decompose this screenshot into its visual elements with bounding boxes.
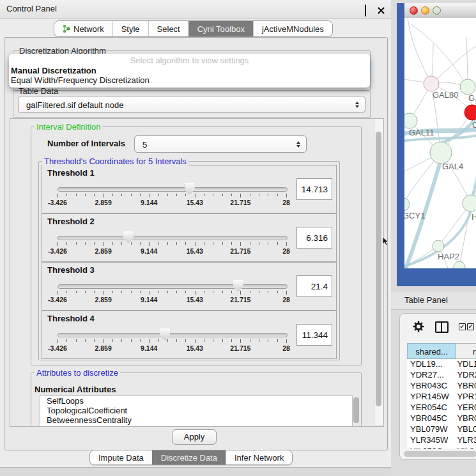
cell-name[interactable]: YBR0: [454, 381, 476, 392]
table-row[interactable]: YIL052CYIL0: [407, 446, 476, 449]
threshold-value-field[interactable]: 21.4: [296, 275, 332, 297]
cell-shared-name[interactable]: YBR043C: [407, 381, 454, 392]
threshold-value-field[interactable]: 14.713: [296, 178, 332, 200]
tab-select[interactable]: Select: [148, 21, 188, 36]
slider-track[interactable]: [58, 333, 288, 337]
network-node-green[interactable]: [404, 113, 417, 128]
slider-track[interactable]: [58, 284, 288, 289]
cell-shared-name[interactable]: YLR345W: [407, 435, 454, 446]
algorithm-option-manual-discretization[interactable]: Manual Discretization: [9, 66, 370, 75]
table-row[interactable]: YDL19...YDL1: [407, 359, 476, 370]
table-row[interactable]: YPR145WYPR1: [407, 392, 476, 403]
table-data-combo[interactable]: galFiltered.sif default node: [18, 96, 365, 113]
tab-discretize-data[interactable]: Discretize Data: [152, 450, 226, 464]
table-row[interactable]: YER054CYER0: [407, 403, 476, 413]
network-node-red[interactable]: [464, 105, 476, 120]
tab-cyni-toolbox[interactable]: Cyni Toolbox: [188, 21, 253, 36]
checkbox-icon[interactable]: ✓: [467, 323, 474, 330]
cell-shared-name[interactable]: YER054C: [407, 403, 454, 413]
table-column-header-shared[interactable]: shared...: [407, 343, 456, 359]
cell-shared-name[interactable]: YIL052C: [407, 446, 454, 449]
mac-zoom-icon[interactable]: [433, 6, 441, 15]
threshold-value-field[interactable]: 6.316: [296, 227, 332, 249]
network-node-green[interactable]: [433, 240, 444, 252]
cell-name[interactable]: YLR3: [454, 435, 476, 446]
network-node-green[interactable]: [460, 79, 475, 95]
horizontal-scrollbar[interactable]: [404, 451, 476, 457]
slider-thumb[interactable]: [123, 231, 134, 243]
threshold-value-field[interactable]: 11.344: [296, 324, 332, 346]
slider-tick: [204, 194, 204, 196]
num-intervals-combo[interactable]: 5: [134, 135, 307, 153]
mac-close-icon[interactable]: [410, 6, 418, 15]
slider-tick: [104, 291, 104, 295]
algorithm-option-equal-width-frequency-discretization[interactable]: Equal Width/Frequency Discretization: [9, 75, 370, 85]
table-row[interactable]: YDR27...YDR2: [407, 370, 476, 381]
gear-icon[interactable]: [412, 320, 425, 333]
attributes-list-scrollbar[interactable]: [353, 397, 359, 423]
slider-tick: [131, 242, 132, 245]
network-edge-thick[interactable]: [473, 166, 476, 195]
cell-name[interactable]: YDR2: [454, 370, 476, 381]
table-row[interactable]: YBR045CYBR0: [407, 413, 476, 424]
cell-name[interactable]: YBR0: [454, 413, 476, 424]
tab-infer-network[interactable]: Infer Network: [226, 450, 292, 464]
slider-track[interactable]: [58, 236, 288, 240]
network-edge[interactable]: [408, 18, 431, 84]
slider-tick: [195, 291, 196, 295]
table-column-header-name[interactable]: n: [456, 343, 476, 359]
tab-jactivemnodules[interactable]: jActiveMNodules: [253, 21, 332, 36]
vertical-scrollbar[interactable]: [374, 119, 383, 425]
cell-name[interactable]: YDL1: [454, 359, 476, 370]
mac-minimize-icon[interactable]: [421, 6, 429, 15]
slider-tick: [149, 194, 150, 197]
network-node-green[interactable]: [404, 198, 410, 211]
network-node-green[interactable]: [430, 142, 452, 164]
apply-button[interactable]: Apply: [172, 429, 217, 445]
slider-thumb[interactable]: [160, 328, 170, 341]
table-row[interactable]: YBR043CYBR0: [407, 381, 476, 392]
slider-thumb[interactable]: [233, 280, 243, 292]
network-edge[interactable]: [411, 24, 468, 87]
cell-shared-name[interactable]: YBL079W: [407, 424, 454, 435]
cell-shared-name[interactable]: YDL19...: [407, 359, 454, 370]
table-row[interactable]: YBL079WYBL0: [407, 424, 476, 435]
network-node-pink[interactable]: [424, 76, 439, 91]
numerical-attributes-list[interactable]: SelfLoopsTopologicalCoefficientBetweenne…: [40, 395, 353, 427]
checkbox-icon[interactable]: ✓: [459, 323, 466, 330]
slider-track[interactable]: [58, 187, 288, 192]
tab-style[interactable]: Style: [112, 21, 148, 36]
cell-shared-name[interactable]: YPR145W: [407, 392, 454, 403]
threshold-slider[interactable]: -3.4262.8599.14415.4321.71528: [58, 181, 286, 209]
network-canvas[interactable]: GAL80G.CGAL11GAL4GCY1HHAP2: [404, 18, 476, 268]
threshold-slider[interactable]: -3.4262.8599.14415.4321.71528: [58, 229, 286, 257]
slider-tick: [286, 194, 287, 197]
table-row[interactable]: YLR345WYLR3: [407, 435, 476, 446]
attribute-item-selfloops[interactable]: SelfLoops: [40, 396, 352, 406]
tab-label: Select: [157, 24, 180, 34]
threshold-slider[interactable]: -3.4262.8599.14415.4321.71528: [58, 278, 286, 306]
tab-impute-data[interactable]: Impute Data: [90, 450, 152, 464]
split-columns-icon[interactable]: [435, 321, 449, 333]
scrollbar-thumb[interactable]: [376, 132, 381, 406]
slider-tick: [158, 242, 159, 245]
network-node-green[interactable]: [454, 261, 465, 268]
close-icon[interactable]: [378, 5, 385, 13]
cell-name[interactable]: YIL0: [454, 446, 476, 449]
attribute-item-betweennesscentrality[interactable]: BetweennessCentrality: [40, 415, 352, 425]
threshold-slider[interactable]: -3.4262.8599.14415.4321.71528: [58, 326, 286, 355]
slider-tick: [66, 339, 67, 342]
cell-shared-name[interactable]: YDR27...: [407, 370, 454, 381]
cell-name[interactable]: YER0: [454, 403, 476, 413]
cell-name[interactable]: YPR1: [454, 392, 476, 403]
float-window-icon[interactable]: [365, 5, 372, 13]
network-window-titlebar[interactable]: [404, 3, 476, 19]
attribute-item-topologicalcoefficient[interactable]: TopologicalCoefficient: [40, 406, 352, 415]
tab-network[interactable]: Network: [54, 21, 112, 36]
cell-name[interactable]: YBL0: [454, 424, 476, 435]
cell-shared-name[interactable]: YBR045C: [407, 413, 454, 424]
network-node-green[interactable]: [463, 195, 476, 211]
network-edge[interactable]: [431, 47, 476, 84]
slider-tick-label: 15.43: [187, 199, 203, 206]
slider-tick: [104, 242, 104, 246]
